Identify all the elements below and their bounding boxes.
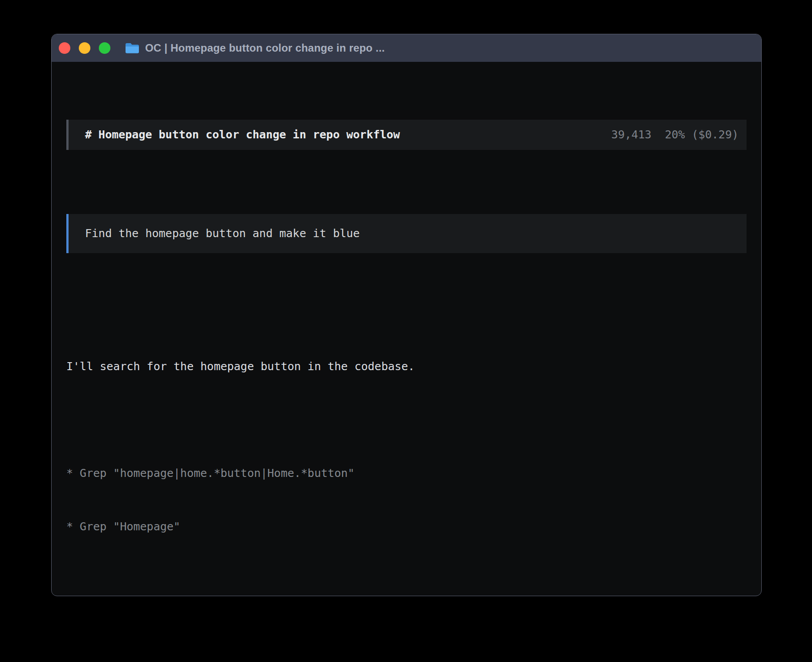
session-header: # Homepage button color change in repo w… bbox=[66, 120, 747, 150]
transcript-line: I'll search for the homepage button in t… bbox=[66, 360, 747, 373]
assistant-transcript: I'll search for the homepage button in t… bbox=[66, 307, 747, 596]
user-message-text: Find the homepage button and make it blu… bbox=[85, 227, 360, 240]
context-cost: 20% ($0.29) bbox=[665, 128, 739, 141]
terminal-window: OC | Homepage button color change in rep… bbox=[51, 34, 762, 596]
session-title: # Homepage button color change in repo w… bbox=[85, 128, 400, 141]
session-stats: 39,413 20% ($0.29) bbox=[611, 128, 739, 141]
minimize-button[interactable] bbox=[79, 42, 90, 54]
transcript-line bbox=[66, 573, 747, 587]
close-button[interactable] bbox=[59, 42, 70, 54]
window-title: OC | Homepage button color change in rep… bbox=[145, 42, 385, 54]
zoom-button[interactable] bbox=[99, 42, 110, 54]
transcript-line bbox=[66, 413, 747, 427]
user-message: Find the homepage button and make it blu… bbox=[66, 214, 747, 253]
transcript-line: * Grep "homepage|home.*button|Home.*butt… bbox=[66, 467, 747, 480]
folder-icon bbox=[125, 42, 139, 54]
titlebar[interactable]: OC | Homepage button color change in rep… bbox=[52, 34, 761, 62]
transcript-line: * Grep "Homepage" bbox=[66, 520, 747, 533]
token-count: 39,413 bbox=[611, 128, 651, 141]
terminal-content: # Homepage button color change in repo w… bbox=[52, 62, 761, 596]
